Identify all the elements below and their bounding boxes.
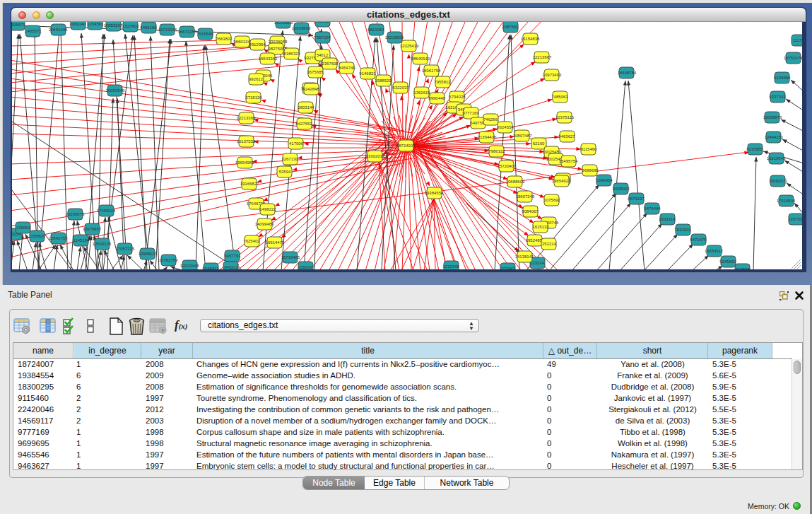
svg-text:7632621: 7632621 — [674, 228, 691, 232]
svg-text:2803144: 2803144 — [298, 105, 314, 110]
svg-text:1075692: 1075692 — [543, 198, 560, 202]
svg-text:155033: 155033 — [298, 265, 313, 269]
svg-text:9660124: 9660124 — [233, 40, 250, 44]
svg-text:9245652: 9245652 — [719, 259, 736, 264]
svg-text:16033809: 16033809 — [292, 26, 311, 30]
svg-text:15495754: 15495754 — [559, 159, 578, 163]
svg-text:9242848: 9242848 — [302, 87, 319, 91]
svg-text:1232348: 1232348 — [442, 264, 459, 269]
svg-text:9463627: 9463627 — [558, 134, 575, 139]
svg-text:8471676: 8471676 — [690, 238, 707, 242]
svg-text:7357224: 7357224 — [314, 35, 331, 40]
svg-text:10807487: 10807487 — [513, 134, 532, 138]
svg-text:19166827: 19166827 — [240, 182, 259, 186]
svg-text:735722: 735722 — [315, 22, 330, 23]
svg-text:12375115: 12375115 — [555, 115, 575, 119]
svg-text:21364436: 21364436 — [478, 135, 497, 139]
svg-text:12093873: 12093873 — [763, 115, 782, 119]
svg-text:10107552: 10107552 — [237, 139, 256, 144]
svg-text:23302033: 23302033 — [366, 154, 385, 158]
svg-text:15692971: 15692971 — [769, 179, 788, 183]
svg-text:3267130: 3267130 — [281, 157, 298, 161]
svg-text:7515546: 7515546 — [196, 32, 213, 36]
svg-text:3675685: 3675685 — [307, 70, 324, 74]
svg-text:9227343: 9227343 — [769, 95, 786, 99]
svg-text:18724007: 18724007 — [396, 144, 416, 148]
svg-text:17359924: 17359924 — [97, 209, 116, 213]
svg-text:20691406: 20691406 — [49, 28, 68, 32]
svg-text:15720407: 15720407 — [498, 164, 517, 168]
svg-text:924565: 924565 — [736, 267, 751, 269]
svg-text:8186323: 8186323 — [283, 52, 300, 56]
svg-text:10973493: 10973493 — [543, 73, 562, 77]
svg-text:9129966: 9129966 — [774, 76, 791, 80]
svg-text:18640910: 18640910 — [411, 57, 430, 61]
svg-text:12213967: 12213967 — [533, 55, 552, 59]
svg-text:6466160: 6466160 — [140, 25, 157, 30]
svg-text:992612: 992612 — [249, 77, 264, 81]
svg-text:2367608: 2367608 — [322, 62, 339, 66]
svg-text:9827505: 9827505 — [268, 47, 285, 51]
svg-text:1588520: 1588520 — [375, 78, 392, 83]
svg-text:1156829: 1156829 — [29, 234, 46, 238]
svg-text:53594: 53594 — [279, 170, 291, 174]
svg-text:1615132: 1615132 — [532, 225, 549, 229]
svg-text:62160: 62160 — [533, 141, 545, 146]
svg-text:417006: 417006 — [289, 141, 304, 146]
svg-text:6879197: 6879197 — [628, 197, 645, 201]
svg-text:9115460: 9115460 — [581, 147, 598, 151]
svg-text:15751074: 15751074 — [784, 56, 802, 60]
svg-text:10688609: 10688609 — [506, 180, 525, 184]
svg-text:18607249: 18607249 — [516, 194, 535, 199]
svg-text:10958107: 10958107 — [139, 252, 158, 256]
svg-text:2069140: 2069140 — [69, 22, 86, 26]
svg-text:19218506: 19218506 — [385, 35, 404, 40]
svg-text:16782759: 16782759 — [159, 258, 178, 262]
svg-text:19654923: 19654923 — [552, 179, 571, 183]
svg-text:173342: 173342 — [500, 267, 515, 269]
svg-text:9245011: 9245011 — [203, 267, 220, 269]
svg-text:7625402: 7625402 — [243, 239, 260, 243]
svg-text:1527602: 1527602 — [122, 24, 139, 28]
svg-text:10719155: 10719155 — [158, 28, 177, 32]
svg-text:7955812: 7955812 — [434, 80, 451, 84]
svg-text:16543362: 16543362 — [259, 57, 278, 61]
svg-text:9474444: 9474444 — [644, 206, 661, 211]
svg-text:9146821: 9146821 — [359, 71, 376, 76]
svg-text:16961758: 16961758 — [422, 69, 441, 73]
svg-text:7485063: 7485063 — [551, 95, 568, 99]
svg-text:1362615: 1362615 — [413, 90, 430, 95]
svg-text:19654983: 19654983 — [235, 160, 254, 165]
svg-text:16033809: 16033809 — [274, 22, 293, 25]
svg-text:7663822: 7663822 — [216, 37, 233, 41]
svg-text:9457791: 9457791 — [224, 254, 241, 258]
svg-text:8938923: 8938923 — [613, 187, 630, 191]
svg-text:1167533: 1167533 — [789, 217, 802, 221]
svg-text:123234: 123234 — [530, 261, 545, 265]
svg-text:8990448: 8990448 — [428, 96, 445, 100]
svg-text:12325419: 12325419 — [400, 44, 419, 48]
svg-text:54612: 54612 — [317, 53, 329, 57]
svg-text:16914479: 16914479 — [266, 240, 285, 245]
svg-text:9084067: 9084067 — [522, 209, 539, 214]
svg-text:20206576: 20206576 — [66, 212, 85, 216]
svg-text:6322037: 6322037 — [392, 86, 409, 90]
svg-text:8427552: 8427552 — [295, 122, 312, 126]
svg-text:26053346: 26053346 — [106, 88, 125, 93]
svg-text:9699695: 9699695 — [582, 168, 599, 173]
svg-text:746266: 746266 — [483, 117, 498, 122]
svg-text:10654112: 10654112 — [705, 249, 724, 253]
svg-text:2305571: 2305571 — [12, 23, 25, 27]
svg-text:8912954: 8912954 — [249, 42, 266, 47]
svg-text:14099489: 14099489 — [255, 222, 274, 226]
svg-text:8454749: 8454749 — [339, 66, 355, 70]
svg-text:12503135: 12503135 — [93, 242, 112, 246]
svg-text:12444151: 12444151 — [765, 135, 784, 139]
svg-text:945211: 945211 — [224, 265, 238, 269]
svg-text:19384554: 19384554 — [425, 191, 444, 195]
svg-text:16671355: 16671355 — [178, 30, 197, 34]
svg-text:17957225: 17957225 — [116, 247, 135, 251]
svg-text:14138141: 14138141 — [515, 255, 534, 259]
svg-text:8813054: 8813054 — [367, 28, 384, 32]
svg-text:1234561: 1234561 — [87, 22, 104, 26]
